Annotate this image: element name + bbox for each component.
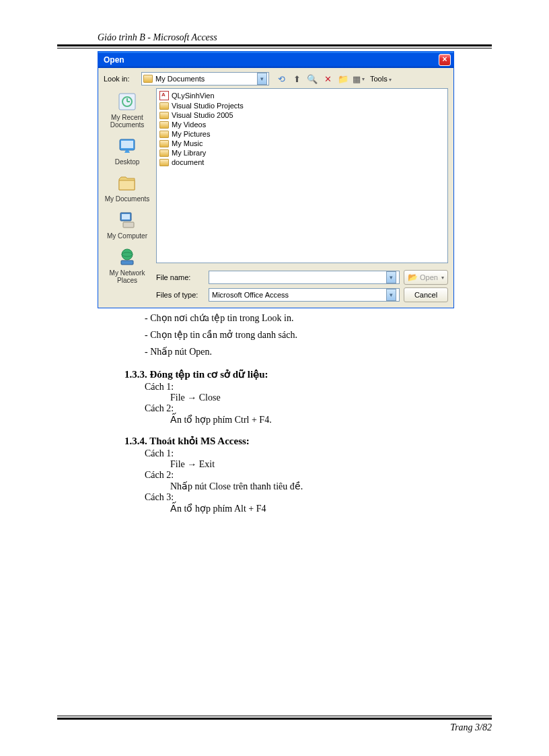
open-dialog: Open × Look in: My Documents ▾ ⟲ ⬆ 🔍 ✕ 📁… bbox=[98, 51, 454, 308]
section-heading: 1.3.3. Đóng tệp tin cơ sở dữ liệu: bbox=[124, 368, 492, 380]
svg-rect-7 bbox=[122, 214, 130, 219]
place-label: My Recent Documents bbox=[102, 114, 152, 129]
lookin-value: My Documents bbox=[155, 75, 205, 83]
chevron-down-icon: ▾ bbox=[386, 271, 396, 283]
body-text: Cách 1: bbox=[145, 448, 492, 459]
folder-icon bbox=[159, 131, 169, 138]
body-text: Ấn tổ hợp phím Ctrl + F4. bbox=[170, 414, 492, 425]
desktop-icon bbox=[116, 135, 138, 157]
list-item[interactable]: My Videos bbox=[158, 120, 446, 129]
body-text: Ấn tổ hợp phím Alt + F4 bbox=[170, 503, 492, 514]
file-list[interactable]: QLySinhVien Visual Studio Projects Visua… bbox=[156, 88, 448, 263]
filename-label: File name: bbox=[156, 273, 205, 281]
place-label: My Computer bbox=[107, 232, 147, 240]
access-file-icon bbox=[159, 91, 169, 100]
place-label: My Network Places bbox=[102, 269, 152, 284]
svg-rect-5 bbox=[121, 141, 133, 148]
cancel-button[interactable]: Cancel bbox=[404, 287, 448, 302]
body-text: Cách 2: bbox=[145, 403, 492, 414]
step-text: - Nhấp nút Open. bbox=[145, 346, 492, 359]
chevron-down-icon: ▾ bbox=[257, 73, 267, 85]
folder-icon bbox=[159, 102, 169, 110]
svg-rect-8 bbox=[123, 222, 134, 228]
network-icon bbox=[116, 246, 138, 268]
views-icon[interactable]: ▦▾ bbox=[352, 72, 365, 85]
computer-icon bbox=[116, 209, 138, 231]
place-desktop[interactable]: Desktop bbox=[101, 134, 153, 167]
folder-icon bbox=[159, 140, 169, 147]
body-text: File → Close bbox=[170, 392, 492, 403]
section-heading: 1.3.4. Thoát khỏi MS Access: bbox=[124, 435, 492, 447]
svg-rect-11 bbox=[121, 261, 133, 265]
list-item[interactable]: Visual Studio 2005 bbox=[158, 110, 446, 120]
place-network[interactable]: My Network Places bbox=[101, 245, 153, 285]
mydocs-icon bbox=[116, 172, 138, 194]
folder-icon bbox=[159, 149, 169, 157]
filename-input[interactable]: ▾ bbox=[209, 271, 400, 284]
body-text: Cách 1: bbox=[145, 382, 492, 392]
open-button[interactable]: 📂 Open ▾ bbox=[404, 270, 448, 285]
place-recent[interactable]: My Recent Documents bbox=[101, 90, 153, 130]
folder-icon bbox=[159, 121, 169, 129]
place-mydocs[interactable]: My Documents bbox=[101, 171, 153, 204]
folder-icon bbox=[159, 112, 169, 119]
filetype-dropdown[interactable]: Microsoft Office Access ▾ bbox=[209, 288, 400, 302]
back-icon[interactable]: ⟲ bbox=[274, 72, 288, 85]
new-folder-icon[interactable]: 📁 bbox=[336, 72, 350, 85]
page-header: Giáo trình B - Microsoft Access bbox=[98, 32, 492, 43]
place-label: Desktop bbox=[115, 158, 140, 166]
open-folder-icon: 📂 bbox=[408, 273, 418, 282]
list-item[interactable]: My Library bbox=[158, 148, 446, 158]
delete-icon[interactable]: ✕ bbox=[321, 72, 334, 85]
toolbar: Look in: My Documents ▾ ⟲ ⬆ 🔍 ✕ 📁 ▦▾ Too… bbox=[98, 68, 453, 88]
up-icon[interactable]: ⬆ bbox=[290, 72, 303, 85]
list-item[interactable]: QLySinhVien bbox=[158, 90, 446, 101]
page-footer: Trang 3/82 bbox=[450, 722, 492, 733]
body-text: Nhấp nút Close trên thanh tiêu đề. bbox=[170, 481, 492, 492]
step-text: - Chọn tệp tin cần mở trong danh sách. bbox=[145, 329, 492, 342]
body-text: Cách 3: bbox=[145, 492, 492, 503]
places-bar: My Recent Documents Desktop My Documents bbox=[98, 88, 156, 302]
body-text: Cách 2: bbox=[145, 470, 492, 481]
search-icon[interactable]: 🔍 bbox=[305, 72, 319, 85]
step-text: - Chọn nơi chứa tệp tin trong Look in. bbox=[145, 312, 492, 325]
lookin-label: Look in: bbox=[104, 75, 139, 83]
list-item[interactable]: My Pictures bbox=[158, 129, 446, 139]
lookin-dropdown[interactable]: My Documents ▾ bbox=[141, 72, 269, 85]
close-button[interactable]: × bbox=[439, 54, 451, 66]
chevron-down-icon: ▾ bbox=[386, 289, 396, 301]
recent-icon bbox=[116, 91, 138, 112]
list-item[interactable]: Visual Studio Projects bbox=[158, 101, 446, 110]
place-label: My Documents bbox=[105, 195, 150, 203]
body-text: File → Exit bbox=[170, 459, 492, 470]
list-item[interactable]: document bbox=[158, 158, 446, 167]
folder-icon bbox=[159, 159, 169, 166]
titlebar: Open × bbox=[98, 52, 453, 68]
place-mycomputer[interactable]: My Computer bbox=[101, 208, 153, 241]
list-item[interactable]: My Music bbox=[158, 139, 446, 148]
svg-point-9 bbox=[122, 249, 133, 260]
filetype-label: Files of type: bbox=[156, 291, 205, 299]
footer-divider bbox=[57, 716, 492, 720]
folder-icon bbox=[143, 75, 153, 83]
header-divider bbox=[57, 44, 492, 48]
dialog-title: Open bbox=[104, 55, 124, 65]
tools-menu[interactable]: Tools▾ bbox=[367, 73, 394, 84]
